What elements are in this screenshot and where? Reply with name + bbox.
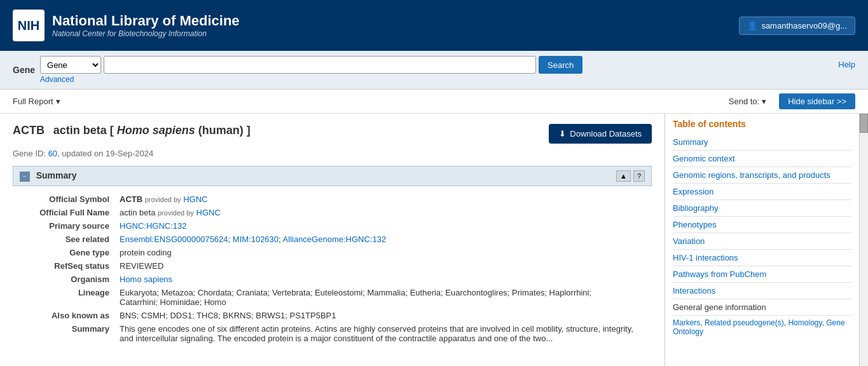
toc-item-general-info: General gene information xyxy=(673,299,851,316)
row-label: Official Symbol xyxy=(13,193,114,206)
toc-item-variation[interactable]: Variation xyxy=(673,233,851,250)
advanced-search-link[interactable]: Advanced xyxy=(40,75,74,84)
table-row: Gene type protein coding xyxy=(13,246,652,259)
user-account-button[interactable]: 👤 samanthaservo09@g... xyxy=(739,17,855,35)
section-expand-icon[interactable]: − xyxy=(20,172,30,182)
toc-markers-link[interactable]: Markers xyxy=(673,318,700,327)
search-controls-container: Gene PubMed Protein Nucleotide Search Ad… xyxy=(40,56,582,84)
row-value: Eukaryota; Metazoa; Chordata; Craniata; … xyxy=(114,286,652,309)
toc-pseudogene-link[interactable]: Related pseudogene(s) xyxy=(705,318,784,327)
table-row: Summary This gene encodes one of six dif… xyxy=(13,322,652,345)
hide-sidebar-button[interactable]: Hide sidebar >> xyxy=(779,93,855,109)
gene-full-name: actin beta [ Homo sapiens (human) ] xyxy=(47,124,251,137)
row-value: Homo sapiens xyxy=(114,273,652,286)
search-input-group: Gene PubMed Protein Nucleotide Search xyxy=(40,56,582,74)
row-label: Primary source xyxy=(13,219,114,233)
page-header: NIH National Library of Medicine Nationa… xyxy=(0,0,868,51)
send-to-label: Send to: xyxy=(729,97,759,106)
header-title-block: National Library of Medicine National Ce… xyxy=(52,13,240,38)
hgnc-link-symbol[interactable]: HGNC xyxy=(183,194,207,204)
gene-id-line: Gene ID: 60, updated on 19-Sep-2024 xyxy=(13,149,652,158)
section-controls: ▲ ? xyxy=(616,170,645,182)
nih-logo: NIH xyxy=(13,10,45,41)
summary-section-header: − Summary ▲ ? xyxy=(13,166,652,186)
download-icon: ⬇ xyxy=(559,129,566,139)
gene-updated-date: 19-Sep-2024 xyxy=(106,149,153,158)
full-report-button[interactable]: Full Report ▾ xyxy=(13,97,60,106)
table-row: Organism Homo sapiens xyxy=(13,273,652,286)
send-to-button[interactable]: Send to: ▾ xyxy=(729,97,766,106)
mim-link[interactable]: MIM:102630 xyxy=(233,234,279,244)
toc-item-summary[interactable]: Summary xyxy=(673,134,851,151)
table-row: Primary source HGNC:HGNC:132 xyxy=(13,219,652,233)
toolbar-right: Send to: ▾ Hide sidebar >> xyxy=(729,93,855,109)
site-title: National Library of Medicine xyxy=(52,13,240,29)
send-to-chevron: ▾ xyxy=(762,97,766,106)
toc-item-interactions[interactable]: Interactions xyxy=(673,283,851,299)
toc-sidebar: Table of contents Summary Genomic contex… xyxy=(665,114,868,366)
toc-title: Table of contents xyxy=(673,119,851,129)
row-label: Summary xyxy=(13,322,114,345)
toc-item-genomic-regions[interactable]: Genomic regions, transcripts, and produc… xyxy=(673,167,851,184)
row-label: Lineage xyxy=(13,286,114,309)
toc-item-hiv-interactions[interactable]: HIV-1 interactions xyxy=(673,250,851,266)
row-label: Also known as xyxy=(13,309,114,322)
header-branding: NIH National Library of Medicine Nationa… xyxy=(13,10,240,41)
toc-general-sub: Markers, Related pseudogene(s), Homology… xyxy=(673,316,851,339)
table-row: Lineage Eukaryota; Metazoa; Chordata; Cr… xyxy=(13,286,652,309)
gene-title-row: ACTB actin beta [ Homo sapiens (human) ]… xyxy=(13,124,652,144)
site-subtitle: National Center for Biotechnology Inform… xyxy=(52,29,240,38)
user-email: samanthaservo09@g... xyxy=(761,21,847,30)
summary-section: − Summary ▲ ? Official Symbol ACTB provi… xyxy=(13,166,652,345)
full-report-label: Full Report xyxy=(13,97,53,106)
table-row: Also known as BNS; CSMH; DDS1; THC8; BKR… xyxy=(13,309,652,322)
primary-source-link[interactable]: HGNC:HGNC:132 xyxy=(120,221,186,231)
summary-title: Summary xyxy=(36,170,77,180)
row-value: This gene encodes one of six different a… xyxy=(114,322,652,345)
alliance-genome-link[interactable]: AllianceGenome:HGNC:132 xyxy=(283,234,387,244)
gene-symbol: ACTB xyxy=(13,124,45,137)
user-icon: 👤 xyxy=(747,21,757,30)
search-input[interactable] xyxy=(104,56,536,74)
toc-homology-link[interactable]: Homology xyxy=(788,318,822,327)
toc-item-pathways[interactable]: Pathways from PubChem xyxy=(673,266,851,283)
table-row: Official Symbol ACTB provided by HGNC xyxy=(13,193,652,206)
row-label: Official Full Name xyxy=(13,206,114,219)
help-link[interactable]: Help xyxy=(838,56,855,69)
download-datasets-button[interactable]: ⬇ Download Datasets xyxy=(549,124,652,144)
toc-item-phenotypes[interactable]: Phenotypes xyxy=(673,217,851,233)
row-label: See related xyxy=(13,233,114,246)
header-actions: 👤 samanthaservo09@g... xyxy=(739,17,855,35)
db-label: Gene xyxy=(13,65,35,75)
table-row: Official Full Name actin beta provided b… xyxy=(13,206,652,219)
row-label: Organism xyxy=(13,273,114,286)
content-area: ACTB actin beta [ Homo sapiens (human) ]… xyxy=(0,114,665,366)
toc-item-bibliography[interactable]: Bibliography xyxy=(673,200,851,217)
organism-link[interactable]: Homo sapiens xyxy=(120,274,172,284)
table-row: RefSeq status REVIEWED xyxy=(13,259,652,273)
hgnc-link-name[interactable]: HGNC xyxy=(196,208,221,217)
toc-item-expression[interactable]: Expression xyxy=(673,184,851,200)
row-value: REVIEWED xyxy=(114,259,652,273)
row-label: RefSeq status xyxy=(13,259,114,273)
row-value: actin beta provided by HGNC xyxy=(114,206,652,219)
search-button[interactable]: Search xyxy=(539,56,582,74)
row-value: ACTB provided by HGNC xyxy=(114,193,652,206)
summary-title-group: − Summary xyxy=(20,170,76,182)
database-select[interactable]: Gene PubMed Protein Nucleotide xyxy=(40,56,101,74)
table-row: See related Ensembl:ENSG00000075624; MIM… xyxy=(13,233,652,246)
row-value: Ensembl:ENSG00000075624; MIM:102630; All… xyxy=(114,233,652,246)
sidebar-scrollbar-thumb[interactable] xyxy=(860,114,868,133)
full-report-chevron: ▾ xyxy=(56,97,60,106)
section-help-button[interactable]: ? xyxy=(633,170,645,182)
ensembl-link[interactable]: Ensembl:ENSG00000075624 xyxy=(120,234,228,244)
section-move-up-button[interactable]: ▲ xyxy=(616,170,631,182)
download-label: Download Datasets xyxy=(570,129,642,139)
sidebar-scrollbar-track xyxy=(859,114,868,366)
row-value: protein coding xyxy=(114,246,652,259)
search-bar: Gene Gene PubMed Protein Nucleotide Sear… xyxy=(0,51,868,90)
toc-item-genomic-context[interactable]: Genomic context xyxy=(673,151,851,167)
row-label: Gene type xyxy=(13,246,114,259)
gene-id-link[interactable]: 60 xyxy=(48,149,57,158)
row-value: BNS; CSMH; DDS1; THC8; BKRNS; BRWS1; PS1… xyxy=(114,309,652,322)
